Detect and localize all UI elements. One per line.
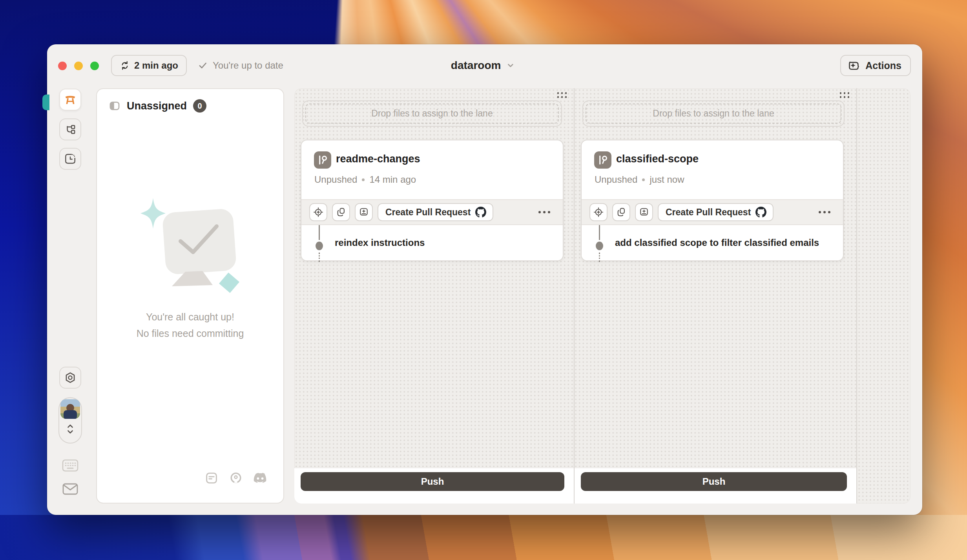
commit-graph-dot	[316, 242, 323, 250]
workbench-icon	[63, 93, 77, 107]
empty-state-title: You're all caught up!	[97, 309, 283, 325]
sync-status: You're up to date	[198, 55, 283, 76]
status-text: You're up to date	[213, 60, 283, 71]
project-title: dataroom	[451, 59, 501, 72]
sync-label: 2 min ago	[134, 60, 178, 71]
assign-target-button[interactable]	[589, 203, 608, 221]
more-button[interactable]	[819, 211, 830, 213]
empty-state-text: You're all caught up! No files need comm…	[97, 309, 283, 342]
lane-drag-handle[interactable]	[557, 92, 567, 98]
mail-button[interactable]	[62, 482, 79, 496]
traffic-lights	[58, 62, 99, 70]
zoom-button[interactable]	[90, 62, 99, 70]
push-button[interactable]: Push	[581, 472, 847, 491]
actions-label: Actions	[865, 60, 901, 71]
branch-meta: Unpushed just now	[595, 174, 684, 185]
push-button[interactable]: Push	[301, 472, 564, 491]
branch-time: just now	[650, 174, 684, 185]
branch-card: readme-changes Unpushed 14 min ago	[301, 140, 564, 261]
drop-zone[interactable]: Drop files to assign to the lane	[582, 100, 845, 127]
commit-row[interactable]: add classified scope to filter classifie…	[582, 225, 843, 260]
empty-state-illustration	[126, 194, 255, 304]
lanes-container: Drop files to assign to the lane readme-…	[294, 88, 910, 504]
create-pr-button[interactable]: Create Pull Request	[658, 203, 774, 221]
avatar-photo-body	[64, 410, 77, 419]
active-project-indicator	[42, 95, 49, 110]
project-selector[interactable]: dataroom	[451, 55, 515, 76]
branch-status: Unpushed	[314, 174, 357, 185]
rail-branches-button[interactable]	[59, 118, 81, 140]
copy-branch-button[interactable]	[612, 203, 630, 221]
unassigned-title: Unassigned	[127, 100, 187, 112]
history-clock-icon	[64, 152, 77, 165]
commit-row[interactable]: reindex instructions	[301, 225, 563, 260]
avatar[interactable]	[60, 399, 80, 419]
check-icon	[198, 60, 208, 71]
rail-workspace-button[interactable]	[59, 89, 81, 111]
empty-state-subtitle: No files need committing	[97, 325, 283, 342]
meta-separator	[362, 178, 365, 181]
unassigned-panel: Unassigned 0 You're all caught up! No fi…	[96, 88, 284, 504]
more-button[interactable]	[538, 211, 550, 213]
new-empty-commit-button[interactable]	[635, 203, 653, 221]
new-empty-commit-button[interactable]	[355, 203, 373, 221]
commit-message: add classified scope to filter classifie…	[615, 237, 819, 248]
create-pr-button[interactable]: Create Pull Request	[378, 203, 493, 221]
sync-button[interactable]: 2 min ago	[111, 55, 187, 76]
commit-graph-dotted-line	[599, 253, 600, 262]
drop-zone[interactable]: Drop files to assign to the lane	[302, 100, 562, 127]
branch-toolbar: Create Pull Request	[582, 199, 843, 225]
split-view-icon	[109, 100, 120, 112]
chevron-down-icon	[506, 61, 515, 70]
sync-icon	[120, 60, 130, 71]
lane-drag-handle[interactable]	[840, 92, 850, 98]
branch-card: classified-scope Unpushed just now	[581, 140, 844, 261]
minimize-button[interactable]	[74, 62, 83, 70]
commit-graph-line	[599, 225, 600, 240]
wallpaper-bottom-stripes	[0, 515, 967, 560]
lane-footer: Push	[294, 468, 574, 504]
create-pr-label: Create Pull Request	[385, 207, 471, 218]
drop-zone-label: Drop files to assign to the lane	[305, 104, 559, 124]
commit-graph-dotted-line	[319, 253, 320, 262]
settings-button[interactable]	[59, 367, 81, 389]
rail-history-button[interactable]	[59, 148, 81, 170]
commit-graph-dot	[596, 242, 603, 250]
branches-icon	[64, 123, 77, 136]
gear-icon	[64, 371, 77, 384]
branch-meta: Unpushed 14 min ago	[314, 174, 416, 185]
create-pr-label: Create Pull Request	[666, 207, 751, 218]
switch-profile-button[interactable]	[65, 422, 76, 436]
assign-target-button[interactable]	[309, 203, 327, 221]
close-button[interactable]	[58, 62, 67, 70]
copy-branch-button[interactable]	[332, 203, 350, 221]
actions-button[interactable]: Actions	[840, 55, 911, 76]
branch-name[interactable]: classified-scope	[616, 153, 699, 165]
gitbutler-window: 2 min ago You're up to date dataroom Act…	[47, 44, 922, 515]
github-icon	[755, 207, 766, 218]
keyboard-shortcuts-button[interactable]	[62, 458, 79, 473]
lane-classified-scope: Drop files to assign to the lane classif…	[575, 88, 856, 504]
unassigned-header: Unassigned 0	[109, 99, 206, 113]
github-icon	[475, 207, 486, 218]
drop-zone-label: Drop files to assign to the lane	[586, 104, 841, 124]
lane-readme-changes: Drop files to assign to the lane readme-…	[294, 88, 574, 504]
branch-time: 14 min ago	[369, 174, 416, 185]
lane-empty-partial	[857, 88, 910, 504]
branch-badge	[314, 151, 331, 169]
meta-separator	[642, 178, 645, 181]
lane-footer: Push	[575, 468, 856, 504]
commit-graph-line	[319, 225, 320, 240]
branch-name[interactable]: readme-changes	[336, 153, 420, 165]
actions-sparkle-icon	[847, 59, 861, 72]
branch-badge	[594, 151, 611, 169]
feedback-note-button[interactable]	[204, 471, 219, 485]
discord-icon[interactable]	[253, 471, 268, 485]
commit-message: reindex instructions	[335, 237, 425, 248]
open-source-icon[interactable]	[228, 471, 243, 485]
branch-toolbar: Create Pull Request	[301, 199, 563, 225]
profile-switcher	[58, 397, 82, 444]
panel-footer-links	[204, 471, 268, 485]
unassigned-count-badge: 0	[193, 99, 206, 113]
branch-status: Unpushed	[595, 174, 637, 185]
